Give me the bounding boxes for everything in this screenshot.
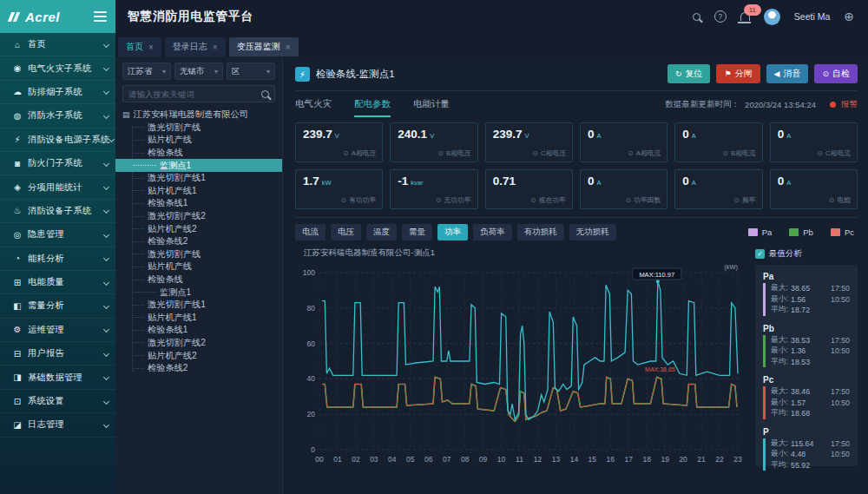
hamburger-menu-icon[interactable]	[94, 9, 107, 24]
sidebar-item-logs[interactable]: ◪日志管理	[0, 413, 115, 437]
tree-search-input[interactable]	[128, 89, 261, 99]
button-自检[interactable]: ⊙自检	[814, 64, 858, 83]
filter-chip-电流[interactable]: 电流	[295, 224, 326, 240]
tree-node[interactable]: 激光切割产线2	[122, 210, 275, 223]
region-select-2[interactable]: 区	[227, 63, 275, 80]
notifications[interactable]: 11	[740, 12, 750, 21]
filter-chip-温度[interactable]: 温度	[366, 224, 397, 240]
sidebar-item-energy-analysis[interactable]: ◔能耗分析	[0, 247, 115, 271]
tree-node[interactable]: 激光切割产线1	[122, 172, 275, 185]
tab-配电参数[interactable]: 配电参数	[354, 91, 391, 117]
chevron-down-icon	[103, 113, 109, 119]
svg-text:80: 80	[307, 304, 316, 313]
sidebar-item-user-report[interactable]: ⊟用户报告	[0, 342, 115, 366]
sidebar-item-home[interactable]: ⌂首页	[0, 33, 115, 56]
parameter-badge-icon: ⊙	[340, 196, 346, 204]
tree-node[interactable]: 监测点1	[122, 286, 275, 299]
open-tab[interactable]: 首页×	[118, 37, 161, 56]
card-value: 0	[778, 175, 785, 188]
tree-search-icon[interactable]	[261, 90, 269, 98]
tree-node[interactable]: 贴片机产线1	[122, 185, 275, 198]
tab-电气火灾[interactable]: 电气火灾	[295, 91, 332, 117]
close-icon[interactable]: ×	[286, 43, 291, 52]
tree-node[interactable]: 检验条线2	[122, 235, 275, 248]
close-icon[interactable]: ×	[148, 43, 154, 52]
chart-filter-row: 电流电压温度需量功率负荷率有功损耗无功损耗PaPbPc	[295, 224, 858, 240]
stat-row: 平均:18.53	[771, 357, 850, 368]
logo-text: Acrel	[25, 10, 60, 24]
tree-node[interactable]: 激光切割产线	[122, 122, 275, 135]
avatar[interactable]	[764, 9, 780, 25]
search-icon[interactable]	[693, 13, 700, 21]
sidebar-item-ops[interactable]: ⚙运维管理	[0, 319, 115, 342]
logo-band: Acrel	[0, 0, 115, 33]
filter-chip-无功损耗[interactable]: 无功损耗	[569, 224, 616, 240]
tree-node[interactable]: 检验条线	[122, 273, 275, 287]
sidebar-item-hazard[interactable]: ◎隐患管理	[0, 223, 115, 247]
tree-node-label: 激光切割产线1	[148, 299, 206, 311]
button-分闸[interactable]: ⚑分闸	[716, 64, 760, 83]
tree-node[interactable]: 检验条线	[122, 147, 275, 160]
tree-node[interactable]: 激光切割产线2	[122, 337, 275, 350]
filter-chip-有功损耗[interactable]: 有功损耗	[517, 224, 564, 240]
filter-chip-需量[interactable]: 需量	[402, 224, 432, 240]
tree-node[interactable]: 贴片机产线	[122, 260, 275, 273]
sidebar-item-base-data[interactable]: ◨基础数据管理	[0, 366, 115, 389]
tree-node[interactable]: 检验条线1	[122, 197, 275, 210]
sidebar-item-fire-power[interactable]: ⚡消防设备电源子系统	[0, 128, 115, 152]
tree-node[interactable]: 贴片机产线2	[122, 349, 275, 362]
sidebar-item-demand-analysis[interactable]: ◧需量分析	[0, 294, 115, 318]
tree-node[interactable]: 检验条线1	[122, 324, 275, 337]
region-select-1[interactable]: 无锡市	[174, 63, 223, 80]
legend-item-Pb[interactable]: Pb	[789, 227, 813, 237]
tree-node[interactable]: 激光切割产线	[122, 248, 275, 261]
filter-chip-功率[interactable]: 功率	[437, 224, 468, 240]
tree-node[interactable]: 监测点1	[115, 159, 282, 172]
tree-node[interactable]: ▤江苏安科瑞电器制造有限公司	[122, 109, 275, 122]
button-消音[interactable]: ◀消音	[766, 64, 809, 83]
mute-icon: ◀	[774, 69, 780, 78]
sidebar-item-fire-equipment[interactable]: ♨消防设备子系统	[0, 200, 115, 223]
tree-node[interactable]: 贴片机产线1	[122, 312, 275, 325]
filter-chip-电压[interactable]: 电压	[331, 224, 361, 240]
tree-node-label: 贴片机产线	[148, 134, 192, 146]
max-analysis-toggle[interactable]: ✓ 最值分析	[755, 246, 858, 261]
tree-node-label: 检验条线1	[148, 324, 187, 336]
sidebar-item-fire-door[interactable]: ◙防火门子系统	[0, 152, 115, 175]
legend-item-Pa[interactable]: Pa	[748, 227, 773, 237]
button-复位[interactable]: ↻复位	[667, 64, 711, 83]
series-Pa	[322, 377, 737, 421]
filter-chip-负荷率[interactable]: 负荷率	[473, 224, 512, 240]
sidebar-item-power-quality[interactable]: ⊞电能质量	[0, 271, 115, 294]
region-select-0[interactable]: 江苏省	[122, 63, 171, 80]
card-label: C相电压	[541, 148, 566, 158]
sidebar-item-settings[interactable]: ⊡系统设置	[0, 390, 115, 413]
language-globe-icon[interactable]: ⊕	[844, 10, 854, 23]
tree-node[interactable]: 贴片机产线2	[122, 222, 275, 235]
open-tab[interactable]: 登录日志×	[165, 37, 226, 56]
tree-node[interactable]: 检验条线2	[122, 362, 275, 375]
legend-label: Pb	[803, 227, 813, 237]
tab-电能计量[interactable]: 电能计量	[413, 91, 450, 117]
fire-power-supply-icon: ⚡	[10, 135, 24, 144]
parameter-badge-icon: ⊙	[532, 149, 538, 157]
legend-item-Pc[interactable]: Pc	[831, 227, 854, 237]
card-unit: A	[692, 179, 696, 187]
chart-canvas[interactable]: 0204060801000001020304050607080910111213…	[295, 260, 746, 467]
close-icon[interactable]: ×	[213, 43, 218, 52]
user-report-icon: ⊟	[10, 349, 24, 359]
stat-field-label: 最大:	[771, 438, 788, 449]
tree-node[interactable]: 贴片机产线	[122, 134, 275, 147]
card-label: 频率	[742, 195, 756, 205]
stat-value: 38.65	[791, 284, 810, 293]
power-line-chart[interactable]: 0204060801000001020304050607080910111213…	[295, 260, 748, 471]
tree-node-label: 监测点1	[160, 287, 191, 299]
sidebar-item-electrical-fire[interactable]: ◉电气火灾子系统	[0, 56, 115, 80]
tree-node[interactable]: 激光切割产线1	[122, 299, 275, 312]
sidebar-item-smoke-exhaust[interactable]: ☁防排烟子系统	[0, 81, 115, 104]
fire-door-icon: ◙	[10, 159, 24, 168]
open-tab[interactable]: 变压器监测×	[229, 37, 299, 56]
sidebar-item-fire-water[interactable]: ◍消防水子系统	[0, 104, 115, 128]
sidebar-item-energy-stats[interactable]: ◈分项用能统计	[0, 175, 115, 199]
help-icon[interactable]: ?	[714, 10, 727, 23]
